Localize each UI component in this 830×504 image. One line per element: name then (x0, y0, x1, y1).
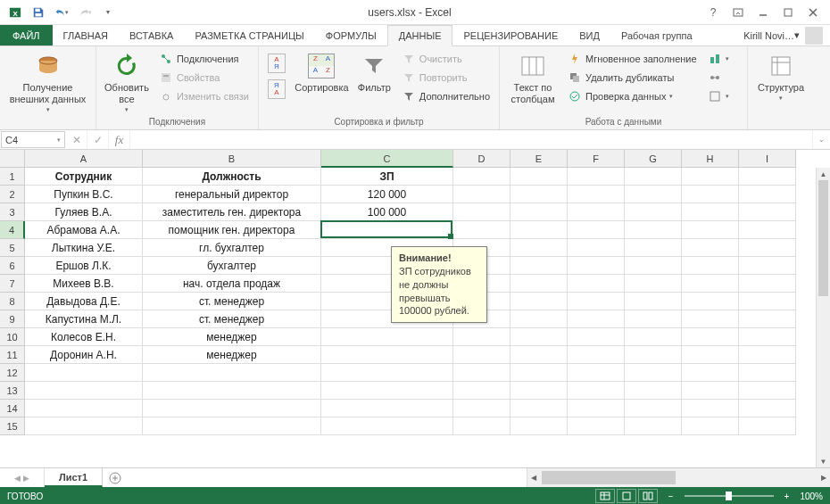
sheet-nav[interactable]: ◀ ▶ (0, 468, 45, 487)
cell[interactable] (682, 400, 739, 417)
cell[interactable] (510, 364, 568, 382)
cell[interactable]: Гуляев В.А. (25, 203, 143, 221)
cell[interactable] (739, 168, 796, 186)
row-header[interactable]: 15 (0, 417, 25, 435)
normal-view-button[interactable] (595, 489, 615, 503)
cell[interactable] (682, 310, 739, 328)
cell[interactable] (453, 221, 510, 239)
cell[interactable] (321, 382, 453, 400)
zoom-slider[interactable] (685, 495, 774, 497)
cell[interactable] (321, 221, 453, 239)
minimize-icon[interactable] (751, 4, 775, 21)
cell[interactable] (568, 257, 625, 275)
cell[interactable]: генеральный директор (143, 186, 321, 203)
cell[interactable] (568, 346, 625, 364)
cell[interactable] (739, 275, 796, 293)
cell[interactable] (321, 346, 453, 364)
cell[interactable] (625, 310, 682, 328)
cell[interactable] (625, 168, 682, 186)
cell[interactable] (682, 328, 739, 346)
cell[interactable]: заместитель ген. директора (143, 203, 321, 221)
cell[interactable] (568, 293, 625, 310)
cell[interactable] (625, 400, 682, 417)
tab-file[interactable]: ФАЙЛ (0, 25, 53, 45)
user-name[interactable]: Kirill Novi… ▾ (736, 25, 830, 45)
what-if-button[interactable]: ▾ (704, 87, 733, 105)
row-header[interactable]: 7 (0, 275, 25, 293)
cell[interactable] (682, 186, 739, 203)
cell[interactable]: ст. менеджер (143, 310, 321, 328)
help-icon[interactable]: ? (701, 4, 725, 21)
column-header[interactable]: I (739, 150, 796, 168)
cell[interactable] (625, 417, 682, 435)
cell[interactable] (143, 382, 321, 400)
cell[interactable] (739, 328, 796, 346)
cell[interactable]: Ершов Л.К. (25, 257, 143, 275)
cell[interactable] (510, 346, 568, 364)
cell[interactable] (143, 400, 321, 417)
cell[interactable] (625, 328, 682, 346)
cell[interactable]: гл. бухгалтер (143, 239, 321, 257)
cell[interactable] (625, 346, 682, 364)
cell[interactable]: Доронин А.Н. (25, 346, 143, 364)
tab-workgroup[interactable]: Рабочая группа (610, 25, 703, 45)
cell[interactable] (739, 293, 796, 310)
row-header[interactable]: 13 (0, 382, 25, 400)
cell[interactable]: Сотрудник (25, 168, 143, 186)
cell[interactable] (568, 400, 625, 417)
row-header[interactable]: 1 (0, 168, 25, 186)
cell[interactable]: 120 000 (321, 186, 453, 203)
cell[interactable] (625, 275, 682, 293)
excel-icon[interactable]: X (5, 3, 25, 22)
refresh-all-button[interactable]: Обновить все▾ (102, 48, 152, 113)
cell[interactable]: Должность (143, 168, 321, 186)
accept-formula-icon[interactable]: ✓ (87, 130, 109, 149)
cell[interactable] (568, 221, 625, 239)
cell[interactable]: Михеев В.В. (25, 275, 143, 293)
vertical-scrollbar[interactable]: ▲▼ (816, 168, 830, 467)
cell[interactable] (682, 239, 739, 257)
sort-button[interactable]: ZAAZ Сортировка (293, 48, 351, 94)
customize-qat-icon[interactable]: ▾ (98, 3, 118, 22)
horizontal-scrollbar[interactable]: ◀▶ (527, 468, 830, 487)
cell[interactable] (625, 364, 682, 382)
save-icon[interactable] (29, 3, 48, 22)
row-header[interactable]: 3 (0, 203, 25, 221)
zoom-out-button[interactable]: − (667, 492, 676, 501)
column-header[interactable]: E (510, 150, 568, 168)
cell[interactable] (568, 275, 625, 293)
cell[interactable] (625, 239, 682, 257)
cell[interactable] (739, 310, 796, 328)
cell[interactable] (510, 275, 568, 293)
cell[interactable]: Колесов Е.Н. (25, 328, 143, 346)
cell[interactable] (568, 168, 625, 186)
cell[interactable] (739, 417, 796, 435)
relationships-button[interactable] (704, 69, 733, 87)
cell[interactable] (510, 417, 568, 435)
reapply-button[interactable]: Повторить (398, 69, 494, 87)
name-box[interactable]: C4▾ (1, 131, 65, 148)
cell[interactable] (682, 293, 739, 310)
advanced-button[interactable]: Дополнительно (398, 87, 494, 105)
undo-icon[interactable]: ▾ (52, 3, 71, 22)
cell[interactable] (568, 186, 625, 203)
cell[interactable]: Капустина М.Л. (25, 310, 143, 328)
cell[interactable] (510, 221, 568, 239)
cell[interactable] (739, 364, 796, 382)
cell[interactable] (682, 417, 739, 435)
zoom-in-button[interactable]: + (783, 492, 792, 501)
cell[interactable] (321, 417, 453, 435)
cancel-formula-icon[interactable]: ✕ (66, 130, 87, 149)
column-header[interactable]: G (625, 150, 682, 168)
cell[interactable] (510, 239, 568, 257)
row-header[interactable]: 5 (0, 239, 25, 257)
tab-insert[interactable]: ВСТАВКА (119, 25, 184, 45)
cell[interactable] (321, 400, 453, 417)
column-header[interactable]: H (682, 150, 739, 168)
cell[interactable] (568, 328, 625, 346)
filter-button[interactable]: Фильтр (354, 48, 394, 94)
row-header[interactable]: 4 (0, 221, 25, 239)
cell[interactable] (510, 257, 568, 275)
row-header[interactable]: 11 (0, 346, 25, 364)
page-layout-view-button[interactable] (617, 489, 636, 503)
